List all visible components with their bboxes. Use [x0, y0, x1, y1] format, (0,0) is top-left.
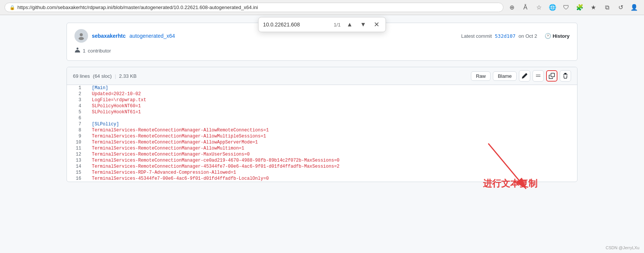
table-row: 2Updated=2022-10-02	[67, 91, 577, 97]
line-code: SLPolicyHookNT61=1	[86, 109, 577, 115]
contributor-icon	[74, 47, 80, 54]
line-number: 16	[67, 176, 86, 182]
line-number: 2	[67, 91, 86, 97]
table-row: 14TerminalServices-RemoteConnectionManag…	[67, 164, 577, 170]
svg-point-1	[79, 37, 84, 40]
table-row: 1[Main]	[67, 85, 577, 91]
avatar	[74, 29, 88, 43]
find-input[interactable]	[263, 22, 329, 28]
code-toolbar: 69 lines (64 sloc) | 2.33 KB Raw Blame	[67, 67, 577, 85]
line-number: 8	[67, 127, 86, 133]
line-code: SLPolicyHookNT60=1	[86, 103, 577, 109]
raw-button[interactable]: Raw	[471, 71, 491, 81]
line-number: 14	[67, 164, 86, 170]
find-close-button[interactable]: ✕	[372, 20, 381, 29]
code-table: 1[Main]2Updated=2022-10-023LogFile=\rdpw…	[67, 85, 577, 182]
delete-button[interactable]	[560, 70, 571, 82]
table-row: 16TerminalServices-45344fe7-00e6-4ac6-9f…	[67, 176, 577, 182]
code-viewer-card: 69 lines (64 sloc) | 2.33 KB Raw Blame	[67, 67, 577, 182]
table-row: 5SLPolicyHookNT61=1	[67, 109, 577, 115]
edit-icon-button[interactable]	[519, 70, 530, 82]
browser-btn-4[interactable]: 🌐	[547, 2, 558, 13]
browser-btn-5[interactable]: 🛡	[561, 2, 571, 13]
browser-btn-history[interactable]: ↺	[615, 2, 626, 13]
commit-date: on Oct 2	[519, 33, 537, 39]
line-code: TerminalServices-RemoteConnectionManager…	[86, 145, 577, 151]
table-row: 10TerminalServices-RemoteConnectionManag…	[67, 139, 577, 145]
line-number: 4	[67, 103, 86, 109]
line-number: 12	[67, 151, 86, 157]
line-number: 7	[67, 121, 86, 127]
browser-btn-6[interactable]: 🧩	[574, 2, 585, 13]
url-bar[interactable]: 🔒 https://github.com/sebaxakerhtc/rdpwra…	[5, 3, 503, 12]
line-number: 10	[67, 139, 86, 145]
lock-icon: 🔒	[9, 5, 15, 10]
line-code: [Main]	[86, 85, 577, 91]
line-number: 9	[67, 133, 86, 139]
table-row: 15TerminalServices-RDP-7-Advanced-Compre…	[67, 170, 577, 176]
line-code: TerminalServices-RemoteConnectionManager…	[86, 164, 577, 170]
line-number: 15	[67, 170, 86, 176]
contributor-count: 1	[83, 48, 85, 54]
line-code: TerminalServices-RemoteConnectionManager…	[86, 139, 577, 145]
line-number: 3	[67, 97, 86, 103]
line-code: TerminalServices-RemoteConnectionManager…	[86, 157, 577, 164]
table-row: 7[SLPolicy]	[67, 121, 577, 127]
history-link[interactable]: 🕐 History	[545, 33, 570, 39]
browser-btn-1[interactable]: ⊕	[506, 2, 517, 13]
browser-btn-profile[interactable]: 👤	[629, 2, 639, 13]
line-number: 6	[67, 115, 86, 121]
line-number: 13	[67, 157, 86, 164]
commit-label: Latest commit	[461, 33, 492, 39]
table-row: 11TerminalServices-RemoteConnectionManag…	[67, 145, 577, 151]
line-count: 69 lines	[73, 73, 90, 79]
line-code: TerminalServices-RemoteConnectionManager…	[86, 151, 577, 157]
line-code: TerminalServices-RemoteConnectionManager…	[86, 127, 577, 133]
code-actions: Raw Blame	[471, 70, 571, 82]
more-options-button[interactable]	[533, 70, 544, 82]
commit-info: Latest commit 532d107 on Oct 2 🕐 History	[461, 33, 570, 39]
url-text: https://github.com/sebaxakerhtc/rdpwrap.…	[17, 5, 258, 10]
table-row: 9TerminalServices-RemoteConnectionManage…	[67, 133, 577, 139]
line-code: TerminalServices-RemoteConnectionManager…	[86, 133, 577, 139]
page-content: sebaxakerhtc autogenerated_x64 Latest co…	[57, 15, 587, 190]
line-code: TerminalServices-RDP-7-Advanced-Compress…	[86, 170, 577, 176]
find-count: 1/1	[334, 22, 341, 28]
sloc-count: (64 sloc)	[93, 73, 112, 79]
line-number: 11	[67, 145, 86, 151]
code-stats: 69 lines (64 sloc) | 2.33 KB	[73, 73, 136, 79]
find-next-button[interactable]: ▼	[359, 20, 368, 29]
line-number: 1	[67, 85, 86, 91]
table-row: 12TerminalServices-RemoteConnectionManag…	[67, 151, 577, 157]
line-code: [SLPolicy]	[86, 121, 577, 127]
browser-bar: 🔒 https://github.com/sebaxakerhtc/rdpwra…	[0, 0, 644, 15]
table-row: 4SLPolicyHookNT60=1	[67, 103, 577, 109]
copy-raw-button[interactable]	[546, 70, 557, 82]
table-row: 13TerminalServices-RemoteConnectionManag…	[67, 157, 577, 164]
contributor-label: contributor	[88, 48, 111, 54]
table-row: 8TerminalServices-RemoteConnectionManage…	[67, 127, 577, 133]
browser-btn-2[interactable]: Ā	[520, 2, 531, 13]
browser-btn-8[interactable]: ⧉	[602, 2, 612, 13]
stats-separator: |	[115, 73, 116, 79]
browser-btn-7[interactable]: ★	[588, 2, 599, 13]
author-file-link[interactable]: autogenerated_x64	[129, 33, 175, 39]
browser-action-buttons: ⊕ Ā ☆ 🌐 🛡 🧩 ★ ⧉ ↺ 👤	[506, 2, 639, 13]
find-prev-button[interactable]: ▲	[345, 20, 354, 29]
line-code: Updated=2022-10-02	[86, 91, 577, 97]
history-clock-icon: 🕐	[545, 33, 551, 39]
svg-point-0	[80, 33, 83, 36]
table-row: 6	[67, 115, 577, 121]
line-number: 5	[67, 109, 86, 115]
file-size: 2.33 KB	[119, 73, 136, 79]
contributor-info: 1 contributor	[74, 47, 570, 54]
file-author: sebaxakerhtc autogenerated_x64	[74, 29, 175, 43]
commit-hash[interactable]: 532d107	[495, 33, 516, 39]
table-row: 3LogFile=\rdpwrap.txt	[67, 97, 577, 103]
line-code	[86, 115, 577, 121]
author-name-link[interactable]: sebaxakerhtc	[92, 33, 126, 39]
blame-button[interactable]: Blame	[493, 71, 517, 81]
history-label: History	[553, 33, 570, 39]
browser-btn-3[interactable]: ☆	[534, 2, 544, 13]
find-popup: 1/1 ▲ ▼ ✕	[258, 17, 386, 32]
